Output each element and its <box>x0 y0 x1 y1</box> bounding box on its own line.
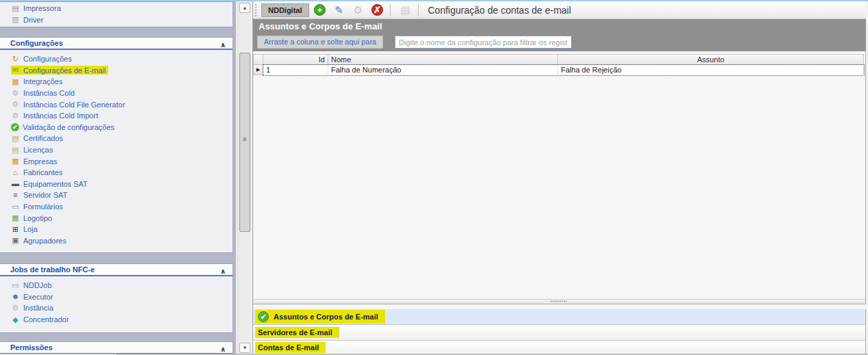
sidebar-item-nddjob[interactable]: ▭NDDJob <box>0 280 233 291</box>
sidebar-item-instancias-cold-file-generator[interactable]: ⚙Instâncias Cold File Generator <box>0 98 233 110</box>
section-header-jobs-de-trabalho-nfc-e[interactable]: Jobs de trabalho NFC-e∧ <box>0 264 233 276</box>
edit-icon: ✎ <box>334 4 343 16</box>
nddjob-icon: ▭ <box>11 281 20 290</box>
scrollbar-thumb[interactable]: ≡ <box>239 53 250 232</box>
sidebar-item-label: Fabricantes <box>23 168 62 176</box>
groupers-icon: ▣ <box>11 236 20 245</box>
send-icon: ▤ <box>400 4 410 16</box>
delete-button[interactable]: ✗ <box>369 3 386 18</box>
companies-icon: ▦ <box>11 157 20 166</box>
nddigital-button[interactable]: NDDigital <box>261 3 309 17</box>
sidebar-item-logotipo[interactable]: ▦Logotipo <box>0 212 233 224</box>
accordion-label: Assuntos e Corpos de E-mail <box>274 313 378 321</box>
column-header-nome[interactable]: Nome <box>328 54 558 65</box>
mail-settings-icon: ✉ <box>11 66 20 75</box>
sidebar-item-impressora[interactable]: ▤Impressora <box>0 3 233 14</box>
accordion-section-contas-de-e-mail[interactable]: Contas de E-mail <box>252 341 866 355</box>
sidebar-item-agrupadores[interactable]: ▣Agrupadores <box>0 235 233 247</box>
sidebar-item-label: Certificados <box>23 134 63 142</box>
grid-area: IdNomeAssunto ▶1Falha de NumeraçãoFalha … <box>253 51 866 304</box>
application-window: ▤Impressora▥DriverConfigurações∧↻Configu… <box>0 0 868 355</box>
sidebar-item-label: Loja <box>23 225 38 233</box>
toolbar-grip[interactable] <box>255 4 257 16</box>
sidebar-item-empresas[interactable]: ▦Empresas <box>0 155 233 167</box>
send-button: ▤ <box>397 3 414 18</box>
printer-icon: ▤ <box>11 4 20 13</box>
sidebar-item-equipamentos-sat[interactable]: ▬Equipamentos SAT <box>0 179 233 190</box>
section-header-permissoes[interactable]: Permissões∧ <box>0 342 233 354</box>
manufacturers-icon: ⌂ <box>11 168 20 177</box>
cold-file-generator-icon: ⚙ <box>11 100 20 109</box>
toolbar: NDDigital +✎⚙✗▤ Configuração de contas d… <box>253 1 866 19</box>
executor-icon: ☻ <box>11 292 20 301</box>
forms-icon: ▭ <box>11 202 20 211</box>
sidebar-item-licencas[interactable]: ▤Licenças <box>0 144 233 156</box>
sidebar-item-label: Instâncias Cold Import <box>23 111 98 120</box>
column-header-assunto[interactable]: Assunto <box>558 54 864 65</box>
section-title: Jobs de trabalho NFC-e <box>10 265 94 274</box>
sidebar-item-validacao-de-configuracoes[interactable]: ✔Validação de configurações <box>0 122 233 133</box>
edit-button[interactable]: ✎ <box>331 3 347 18</box>
group-by-drop-zone[interactable]: Arraste a coluna e solte aqui para agrup… <box>257 36 383 49</box>
sidebar-item-label: Agrupadores <box>23 237 66 245</box>
sidebar-item-configuracoes-de-e-mail[interactable]: ✉Configurações de E-mail <box>0 65 233 77</box>
cell-id: 1 <box>263 65 328 75</box>
section-header-configuracoes[interactable]: Configurações∧ <box>0 38 233 50</box>
sat-server-icon: ≡ <box>11 191 20 200</box>
splitter[interactable]: ▪▪▪▪▪▪▪▪▪ <box>253 299 865 304</box>
sidebar-item-label: Instâncias Cold File Generator <box>23 101 125 109</box>
scroll-up-button[interactable]: ▴ <box>239 3 250 13</box>
settings-icon: ↻ <box>11 55 20 64</box>
process-button: ⚙ <box>350 3 367 18</box>
instance-icon: ⚙ <box>11 304 20 313</box>
sidebar-item-certificados[interactable]: ▤Certificados <box>0 133 233 144</box>
sidebar-item-instancias-cold-import[interactable]: ⚙Instâncias Cold Import <box>0 110 233 122</box>
sidebar-item-label: Instância <box>23 304 53 312</box>
add-button[interactable]: + <box>312 3 328 18</box>
sidebar-item-executor[interactable]: ☻Executor <box>0 291 233 303</box>
sidebar-item-integracoes[interactable]: ▦Integrações <box>0 76 233 88</box>
section-title: Permissões <box>10 343 53 352</box>
sidebar-item-label: Configurações de E-mail <box>23 66 105 75</box>
accordion-section-assuntos-e-corpos-de-e-mail[interactable]: ✔Assuntos e Corpos de E-mail <box>252 309 866 325</box>
sidebar-item-label: NDDJob <box>23 281 52 289</box>
sidebar-item-configuracoes[interactable]: ↻Configurações <box>0 53 233 65</box>
sidebar-item-loja[interactable]: ⊞Loja <box>0 224 233 235</box>
sidebar-item-servidor-sat[interactable]: ≡Servidor SAT <box>0 189 233 201</box>
process-gear-icon: ⚙ <box>354 4 363 16</box>
column-header-id[interactable]: Id <box>263 54 328 65</box>
sidebar-item-label: Concentrador <box>23 315 69 324</box>
thumb-grip-icon: ≡ <box>240 136 250 143</box>
table-row[interactable]: ▶1Falha de NumeraçãoFalha de Rejeição <box>253 65 864 75</box>
cold-import-icon: ⚙ <box>11 111 20 120</box>
sidebar-item-formularios[interactable]: ▭Formulários <box>0 201 233 213</box>
cold-instance-icon: ⚙ <box>11 89 20 98</box>
sidebar-item-label: Impressora <box>23 4 61 12</box>
scroll-down-button[interactable]: ▾ <box>239 343 250 353</box>
sidebar-item-label: Executor <box>23 293 53 301</box>
collapse-chevron-icon[interactable]: ∧ <box>220 265 226 277</box>
logo-icon: ▦ <box>11 213 20 222</box>
main-panel: NDDigital +✎⚙✗▤ Configuração de contas d… <box>252 1 866 355</box>
row-selector-header <box>253 54 263 65</box>
collapse-chevron-icon[interactable]: ∧ <box>220 39 226 51</box>
validation-check-icon: ✔ <box>11 123 19 131</box>
sidebar-scrollbar[interactable]: ▴ ≡ ▾ <box>237 1 251 355</box>
chevron-down-icon: ▾ <box>244 344 247 351</box>
sidebar-item-concentrador[interactable]: ◆Concentrador <box>0 314 233 326</box>
sidebar-item-label: Formulários <box>23 202 63 211</box>
sidebar-item-instancia[interactable]: ⚙Instância <box>0 302 233 314</box>
accordion-label: Servidores de E-mail <box>258 328 332 337</box>
sidebar-item-instancias-cold[interactable]: ⚙Instâncias Cold <box>0 88 233 99</box>
sidebar-item-label: Configurações <box>23 55 72 63</box>
toolbar-separator <box>418 4 419 16</box>
concentrator-icon: ◆ <box>11 315 20 324</box>
accordion-section-servidores-de-e-mail[interactable]: Servidores de E-mail <box>252 325 866 341</box>
filter-input[interactable] <box>395 36 572 49</box>
sidebar-item-fabricantes[interactable]: ⌂Fabricantes <box>0 167 233 179</box>
license-icon: ▤ <box>11 146 20 155</box>
accordion-label: Contas de E-mail <box>258 343 319 352</box>
sidebar-section-configuracoes: Configurações∧↻Configurações✉Configuraçõ… <box>0 37 233 253</box>
store-icon: ⊞ <box>11 225 20 234</box>
sidebar-item-driver[interactable]: ▥Driver <box>0 14 233 26</box>
